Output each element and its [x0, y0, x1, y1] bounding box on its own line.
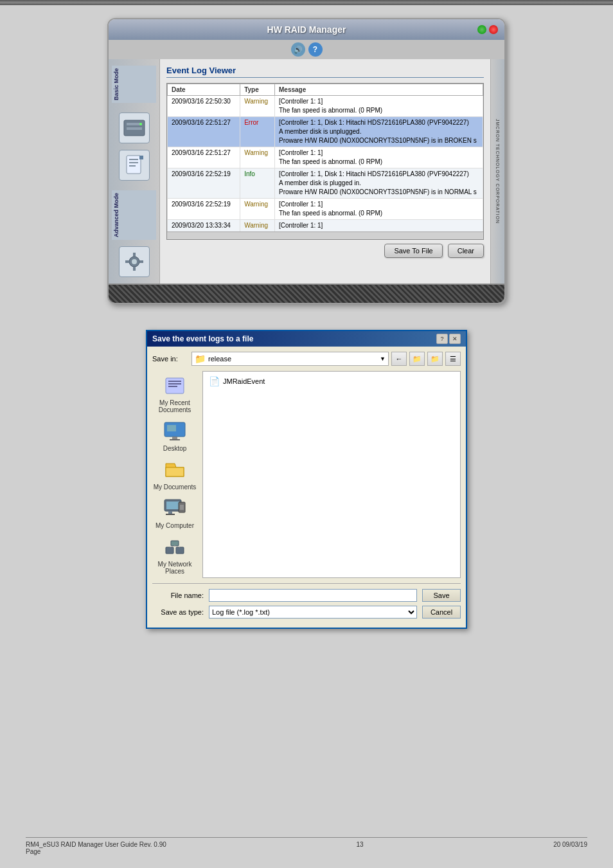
svg-rect-12	[133, 267, 136, 271]
footer-line2: Page	[26, 848, 166, 855]
svg-rect-21	[172, 437, 177, 439]
svg-rect-13	[125, 260, 129, 263]
cell-type: Error	[240, 117, 275, 147]
raid-titlebar: HW RAID Manager	[109, 19, 504, 40]
cell-message: [Controller 1: 1]The fan speed is abnorm…	[275, 199, 483, 220]
dialog-help-button[interactable]: ?	[436, 334, 448, 344]
table-row[interactable]: 2009/03/20 13:33:34Warning[Controller 1:…	[168, 220, 483, 232]
minimize-button[interactable]	[477, 25, 486, 34]
brand-label: JMCRON TECHNOLOGY CORPORATION	[495, 119, 500, 224]
svg-point-3	[139, 123, 142, 125]
close-button[interactable]	[489, 25, 498, 34]
cell-type: Info	[240, 168, 275, 199]
desktop-icon	[163, 420, 186, 443]
save-to-file-button[interactable]: Save To File	[384, 244, 442, 258]
bottom-decoration	[109, 284, 504, 303]
quick-access-mydocs[interactable]: My Documents	[152, 458, 197, 491]
save-toolbar: Save in: 📁 release ▼ ← 📁 📁 ☰	[152, 352, 461, 366]
cell-type: Warning	[240, 147, 275, 168]
sound-icon[interactable]: 🔊	[291, 42, 305, 57]
save-toolbar-right: 📁 release ▼ ← 📁 📁 ☰	[191, 352, 461, 366]
save-dialog: Save the event logs to a file ? ✕ Save i…	[146, 330, 467, 629]
table-row[interactable]: 2009/03/16 22:51:27Error[Controller 1: 1…	[168, 117, 483, 147]
svg-rect-2	[127, 127, 142, 130]
titlebar-controls	[477, 25, 498, 34]
save-button[interactable]: Save	[422, 589, 461, 602]
table-row[interactable]: 2009/03/16 22:50:30Warning[Controller 1:…	[168, 96, 483, 117]
file-name-jmraidevent: JMRaidEvent	[223, 377, 265, 385]
table-row[interactable]: 2009/03/16 22:52:19Info[Controller 1: 1,…	[168, 168, 483, 199]
svg-rect-29	[180, 505, 184, 510]
quick-access-desktop[interactable]: Desktop	[152, 420, 197, 452]
cell-date: 2009/03/16 22:50:30	[168, 96, 240, 117]
cell-date: 2009/03/16 22:52:19	[168, 168, 240, 199]
svg-rect-31	[176, 547, 184, 554]
file-icon-jmraidevent: 📄	[209, 376, 220, 386]
advanced-mode-label: Advanced Mode	[112, 190, 156, 240]
cancel-button[interactable]: Cancel	[422, 606, 461, 619]
save-as-type-select[interactable]: Log file (*.log *.txt)	[209, 606, 417, 619]
svg-rect-22	[170, 439, 180, 440]
my-documents-label: My Documents	[154, 484, 197, 491]
quick-access: My RecentDocuments Desktop	[152, 371, 197, 578]
svg-rect-26	[168, 511, 172, 514]
raid-main: Event Log Viewer Date Type Message	[160, 59, 490, 284]
svg-rect-25	[166, 502, 179, 509]
nav-up-button[interactable]: 📁	[409, 352, 425, 366]
folder-dropdown[interactable]: 📁 release ▼	[191, 352, 389, 366]
nav-view-button[interactable]: ☰	[445, 352, 461, 366]
cell-message: [Controller 1: 1]The fan speed is abnorm…	[275, 220, 483, 232]
svg-rect-11	[133, 253, 136, 257]
footer-line1: RM4_eSU3 RAID Manager User Guide Rev. 0.…	[26, 841, 166, 848]
horizontal-scrollbar[interactable]	[167, 231, 483, 239]
table-row[interactable]: 2009/03/16 22:51:27Warning[Controller 1:…	[168, 147, 483, 168]
table-row[interactable]: 2009/03/16 22:52:19Warning[Controller 1:…	[168, 199, 483, 220]
quick-access-recent[interactable]: My RecentDocuments	[152, 374, 197, 413]
my-network-label: My NetworkPlaces	[158, 561, 192, 575]
raid-sidebar: Basic Mode	[109, 59, 160, 284]
save-in-label: Save in:	[152, 355, 188, 363]
help-icon[interactable]: ?	[308, 42, 323, 57]
cell-message: [Controller 1: 1, Disk 1: Hitachi HDS721…	[275, 168, 483, 199]
nav-new-folder-button[interactable]: 📁	[427, 352, 443, 366]
sidebar-icon-gear[interactable]	[119, 246, 150, 277]
cell-type: Warning	[240, 199, 275, 220]
nav-back-button[interactable]: ←	[391, 352, 407, 366]
event-log-table: Date Type Message 2009/03/16 22:50:30War…	[167, 84, 483, 231]
raid-window: HW RAID Manager 🔊 ? Basic Mode	[107, 18, 506, 304]
page-footer: RM4_eSU3 RAID Manager User Guide Rev. 0.…	[26, 837, 587, 855]
sidebar-icon-docs[interactable]	[119, 150, 150, 181]
page-number: 13	[356, 841, 363, 848]
svg-rect-16	[168, 381, 181, 382]
col-message: Message	[275, 84, 483, 96]
save-dialog-title: Save the event logs to a file	[152, 334, 253, 343]
dialog-close-button[interactable]: ✕	[449, 334, 461, 344]
clear-button[interactable]: Clear	[448, 244, 484, 258]
my-network-icon	[163, 536, 186, 559]
svg-rect-18	[168, 386, 177, 387]
cell-date: 2009/03/16 22:52:19	[168, 199, 240, 220]
recent-documents-icon	[163, 374, 186, 397]
sidebar-icon-server[interactable]	[119, 113, 150, 143]
svg-rect-14	[139, 260, 143, 263]
quick-access-mycomputer[interactable]: My Computer	[152, 497, 197, 529]
top-bar	[0, 0, 613, 5]
cell-type: Warning	[240, 96, 275, 117]
cell-date: 2009/03/16 22:51:27	[168, 117, 240, 147]
file-name-input[interactable]	[209, 589, 417, 602]
dropdown-arrow: ▼	[380, 356, 386, 362]
cell-message: [Controller 1: 1]The fan speed is abnorm…	[275, 96, 483, 117]
save-dialog-content: My RecentDocuments Desktop	[152, 371, 461, 578]
quick-access-mynetwork[interactable]: My NetworkPlaces	[152, 536, 197, 575]
save-dialog-titlebar: Save the event logs to a file ? ✕	[147, 331, 466, 347]
file-item-jmraidevent[interactable]: 📄 JMRaidEvent	[206, 375, 457, 388]
icons-row: 🔊 ?	[109, 40, 504, 59]
cell-message: [Controller 1: 1]The fan speed is abnorm…	[275, 147, 483, 168]
svg-rect-7	[129, 165, 136, 167]
cell-date: 2009/03/20 13:33:34	[168, 220, 240, 232]
table-footer: Save To File Clear	[166, 244, 484, 258]
col-type: Type	[240, 84, 275, 96]
svg-rect-30	[166, 547, 173, 554]
svg-rect-17	[168, 383, 181, 384]
save-dialog-controls: ? ✕	[436, 334, 461, 344]
